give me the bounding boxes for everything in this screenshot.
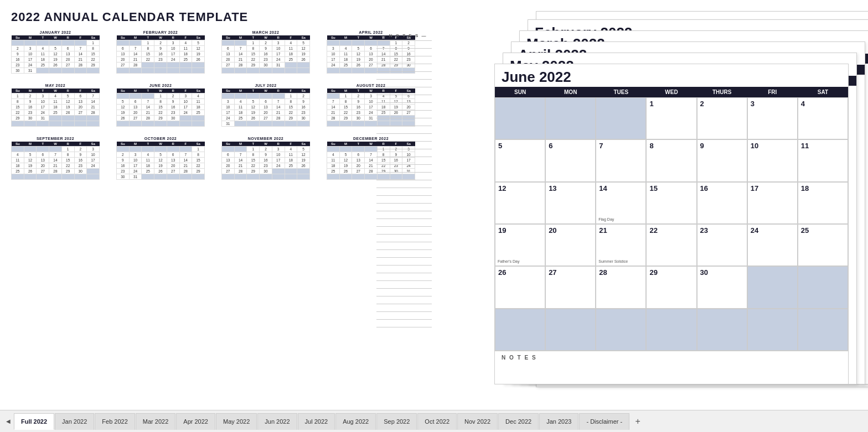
- mini-cal-day-cell: 25: [179, 57, 192, 63]
- mini-cal-day-cell: [285, 169, 297, 174]
- note-line: [376, 188, 432, 196]
- mini-cal-day-cell: [365, 68, 378, 74]
- mini-cal-day-cell: 16: [154, 51, 167, 57]
- mini-cal-day-cell: [142, 174, 154, 180]
- note-line: [376, 196, 432, 204]
- mini-cal-day-cell: [154, 121, 167, 127]
- mini-cal-day-cell: 5: [24, 152, 37, 158]
- june-day-cell: [495, 309, 545, 351]
- mini-cal-day-cell: [37, 68, 49, 74]
- header-wed: WED: [646, 89, 696, 95]
- mini-cal-day-cell: 15: [61, 158, 74, 163]
- mini-cal-day-cell: 29: [247, 63, 260, 68]
- mini-cal-day-cell: 26: [61, 110, 74, 116]
- mini-cal-title: SEPTEMBER 2022: [11, 137, 100, 140]
- note-line: [376, 320, 432, 327]
- june-day-cell: [798, 309, 848, 351]
- tab-aug-2022[interactable]: Aug 2022: [335, 413, 376, 430]
- mini-cal-day-cell: 11: [327, 158, 340, 163]
- mini-cal-day-cell: 15: [12, 105, 24, 110]
- note-line: [376, 289, 432, 296]
- mini-cal-day-cell: [61, 174, 74, 180]
- tab-mar-2022[interactable]: Mar 2022: [136, 413, 175, 430]
- tab-jun-2022[interactable]: Jun 2022: [257, 413, 297, 430]
- mini-cal-day-cell: 1: [247, 147, 260, 152]
- mini-cal-day-cell: [129, 68, 142, 74]
- note-line: [376, 273, 432, 281]
- mini-cal-day-cell: 25: [142, 169, 154, 174]
- mini-cal-day-cell: [154, 63, 167, 68]
- mini-cal-day-cell: 23: [24, 110, 37, 116]
- tab-feb-2022[interactable]: Feb 2022: [95, 413, 135, 430]
- tab-full-2022[interactable]: Full 2022: [14, 413, 54, 430]
- mini-cal-title: JANUARY 2022: [11, 30, 100, 34]
- mini-cal-day-cell: 5: [352, 46, 365, 51]
- mini-cal-header-cell: W: [49, 35, 62, 40]
- tab-nov-2022[interactable]: Nov 2022: [457, 413, 498, 430]
- mini-cal-may-2022: MAY 2022SuMTWRFSa12345678910111213141516…: [11, 84, 100, 127]
- mini-cal-day-cell: [247, 121, 260, 127]
- mini-cal-day-cell: 1: [61, 147, 74, 152]
- june-day-cell: [545, 97, 596, 139]
- tab-scroll-left[interactable]: ◀: [3, 416, 14, 427]
- mini-cal-day-cell: [247, 174, 260, 180]
- mini-cal-day-cell: 26: [117, 116, 130, 121]
- mini-cal-day-cell: [247, 68, 260, 74]
- mini-cal-day-cell: 1: [12, 93, 24, 99]
- mini-cal-day-cell: 12: [192, 46, 205, 51]
- tab-sep-2022[interactable]: Sep 2022: [376, 413, 417, 430]
- mini-cal-day-cell: 3: [179, 93, 192, 99]
- june-day-cell: [596, 309, 646, 351]
- mini-cal-day-cell: 27: [37, 169, 49, 174]
- mini-cal-day-cell: 13: [61, 51, 74, 57]
- mini-cal-day-cell: 24: [222, 116, 235, 121]
- mini-cal-day-cell: 5: [297, 147, 310, 152]
- june-day-cell: 17: [747, 182, 798, 224]
- mini-cal-day-cell: 22: [61, 163, 74, 169]
- mini-cal-day-cell: 14: [234, 51, 247, 57]
- tab-jan-2022[interactable]: Jan 2022: [55, 413, 94, 430]
- mini-cal-day-cell: 16: [24, 105, 37, 110]
- mini-cal-day-cell: [12, 40, 24, 46]
- mini-cal-day-cell: [12, 147, 24, 152]
- add-tab-button[interactable]: +: [631, 415, 644, 428]
- mini-cal-day-cell: 12: [339, 158, 352, 163]
- mini-cal-header-cell: R: [272, 89, 285, 93]
- mini-cal-day-cell: 28: [49, 169, 62, 174]
- mini-cal-day-cell: [167, 68, 179, 74]
- tab-apr-2022[interactable]: Apr 2022: [176, 413, 215, 430]
- mini-cal-day-cell: 16: [260, 51, 272, 57]
- mini-cal-header-cell: F: [285, 89, 297, 93]
- mini-cal-day-cell: 27: [74, 110, 87, 116]
- mini-cal-february-2022: FEBRUARY 2022SuMTWRFSa123456789101112131…: [116, 30, 205, 74]
- june-day-cell: [646, 309, 696, 351]
- mini-cal-day-cell: 8: [87, 46, 100, 51]
- mini-cal-day-cell: [61, 116, 74, 121]
- tab-dec-2022[interactable]: Dec 2022: [498, 413, 539, 430]
- june-event-label: Summer Solstice: [598, 259, 628, 263]
- mini-cal-day-cell: 29: [61, 169, 74, 174]
- june-day-cell: 14Flag Day: [596, 182, 646, 224]
- tab---disclaimer--[interactable]: - Disclaimer -: [579, 413, 629, 430]
- mini-cal-day-cell: 30: [260, 63, 272, 68]
- mini-cal-day-cell: 15: [247, 158, 260, 163]
- note-line: [376, 235, 432, 242]
- tab-jan-2023[interactable]: Jan 2023: [539, 413, 578, 430]
- mini-cal-day-cell: [24, 174, 37, 180]
- mini-cal-header-cell: T: [247, 35, 260, 40]
- tab-oct-2022[interactable]: Oct 2022: [417, 413, 457, 430]
- mini-cal-day-cell: [365, 174, 378, 180]
- tab-jul-2022[interactable]: Jul 2022: [298, 413, 335, 430]
- tab-may-2022[interactable]: May 2022: [216, 413, 257, 430]
- mini-cal-day-cell: 19: [154, 163, 167, 169]
- note-line: [376, 111, 432, 118]
- mini-cal-day-cell: 12: [297, 152, 310, 158]
- mini-cal-day-cell: 27: [129, 116, 142, 121]
- mini-cal-day-cell: 25: [285, 57, 297, 63]
- mini-cal-header-cell: F: [179, 35, 192, 40]
- mini-cal-day-cell: 22: [87, 57, 100, 63]
- mini-cal-day-cell: 11: [37, 51, 49, 57]
- mini-cal-header-cell: R: [167, 142, 179, 147]
- mini-cal-day-cell: 8: [247, 46, 260, 51]
- mini-cal-day-cell: 3: [129, 152, 142, 158]
